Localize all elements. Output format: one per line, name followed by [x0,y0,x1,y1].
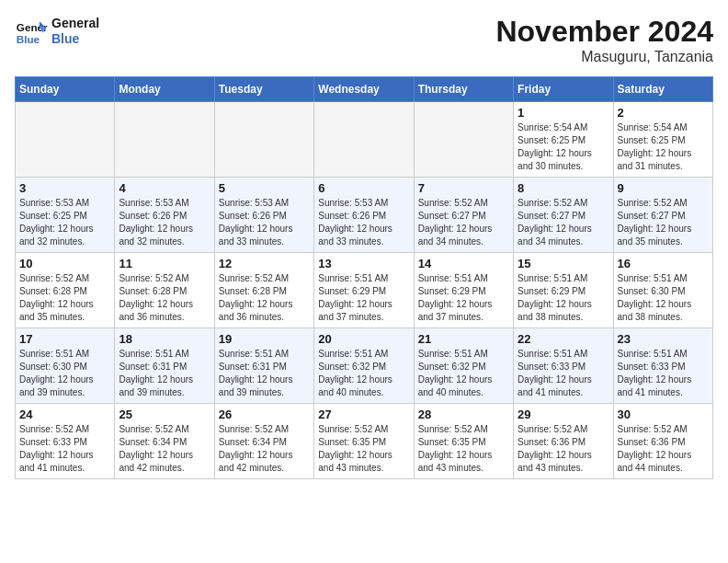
day-number: 26 [219,408,310,421]
day-number: 29 [518,408,609,421]
logo: General Blue General Blue [15,15,99,48]
calendar-day-cell: 19Sunrise: 5:51 AM Sunset: 6:31 PM Dayli… [214,328,313,404]
day-info: Sunrise: 5:54 AM Sunset: 6:25 PM Dayligh… [618,121,709,173]
calendar-day-cell: 20Sunrise: 5:51 AM Sunset: 6:32 PM Dayli… [314,328,414,404]
day-number: 12 [219,257,310,270]
day-number: 19 [219,332,310,346]
calendar-day-cell: 11Sunrise: 5:52 AM Sunset: 6:28 PM Dayli… [115,253,214,328]
day-number: 7 [418,181,509,195]
weekday-header-saturday: Saturday [613,77,712,102]
day-info: Sunrise: 5:52 AM Sunset: 6:35 PM Dayligh… [418,423,509,475]
calendar-day-cell [115,102,214,178]
day-number: 30 [618,408,709,421]
day-number: 3 [19,181,110,195]
logo-text: General Blue [51,16,99,47]
day-info: Sunrise: 5:51 AM Sunset: 6:32 PM Dayligh… [418,348,509,399]
calendar-day-cell: 10Sunrise: 5:52 AM Sunset: 6:28 PM Dayli… [16,253,115,328]
calendar-day-cell: 22Sunrise: 5:51 AM Sunset: 6:33 PM Dayli… [514,328,613,404]
day-info: Sunrise: 5:52 AM Sunset: 6:35 PM Dayligh… [318,423,409,475]
day-info: Sunrise: 5:52 AM Sunset: 6:27 PM Dayligh… [418,197,509,248]
day-number: 9 [618,181,709,195]
calendar-body: 1Sunrise: 5:54 AM Sunset: 6:25 PM Daylig… [16,102,713,479]
calendar-day-cell: 3Sunrise: 5:53 AM Sunset: 6:25 PM Daylig… [16,178,115,253]
calendar-day-cell: 26Sunrise: 5:52 AM Sunset: 6:34 PM Dayli… [214,404,313,479]
weekday-header-sunday: Sunday [16,77,115,102]
calendar-day-cell: 8Sunrise: 5:52 AM Sunset: 6:27 PM Daylig… [514,178,613,253]
calendar-week-row: 17Sunrise: 5:51 AM Sunset: 6:30 PM Dayli… [16,328,713,404]
calendar-day-cell: 13Sunrise: 5:51 AM Sunset: 6:29 PM Dayli… [314,253,414,328]
day-info: Sunrise: 5:54 AM Sunset: 6:25 PM Dayligh… [518,121,609,173]
day-info: Sunrise: 5:52 AM Sunset: 6:28 PM Dayligh… [19,272,110,324]
day-number: 16 [618,257,709,270]
day-number: 27 [318,408,409,421]
day-info: Sunrise: 5:52 AM Sunset: 6:34 PM Dayligh… [119,423,210,475]
weekday-header-tuesday: Tuesday [214,77,313,102]
calendar-day-cell [414,102,513,178]
day-info: Sunrise: 5:52 AM Sunset: 6:36 PM Dayligh… [618,423,709,475]
calendar-day-cell: 14Sunrise: 5:51 AM Sunset: 6:29 PM Dayli… [414,253,513,328]
calendar-day-cell: 7Sunrise: 5:52 AM Sunset: 6:27 PM Daylig… [414,178,513,253]
day-number: 25 [119,408,210,421]
location: Masuguru, Tanzania [495,49,713,65]
calendar-week-row: 3Sunrise: 5:53 AM Sunset: 6:25 PM Daylig… [16,178,713,253]
calendar-table: SundayMondayTuesdayWednesdayThursdayFrid… [15,76,713,479]
calendar-day-cell: 17Sunrise: 5:51 AM Sunset: 6:30 PM Dayli… [16,328,115,404]
day-number: 20 [318,332,409,346]
day-number: 5 [219,181,310,195]
weekday-header-thursday: Thursday [414,77,513,102]
calendar-day-cell [16,102,115,178]
day-info: Sunrise: 5:51 AM Sunset: 6:31 PM Dayligh… [219,348,310,399]
calendar-day-cell: 9Sunrise: 5:52 AM Sunset: 6:27 PM Daylig… [613,178,712,253]
calendar-day-cell: 16Sunrise: 5:51 AM Sunset: 6:30 PM Dayli… [613,253,712,328]
logo-icon: General Blue [15,15,48,48]
calendar-day-cell: 1Sunrise: 5:54 AM Sunset: 6:25 PM Daylig… [514,102,613,178]
calendar-day-cell: 5Sunrise: 5:53 AM Sunset: 6:26 PM Daylig… [214,178,313,253]
day-info: Sunrise: 5:53 AM Sunset: 6:25 PM Dayligh… [19,197,110,248]
weekday-header-monday: Monday [115,77,214,102]
day-info: Sunrise: 5:52 AM Sunset: 6:28 PM Dayligh… [219,272,310,324]
day-number: 13 [318,257,409,270]
day-info: Sunrise: 5:51 AM Sunset: 6:33 PM Dayligh… [618,348,709,399]
day-info: Sunrise: 5:51 AM Sunset: 6:32 PM Dayligh… [318,348,409,399]
calendar-day-cell: 27Sunrise: 5:52 AM Sunset: 6:35 PM Dayli… [314,404,414,479]
day-number: 1 [518,106,609,120]
day-info: Sunrise: 5:51 AM Sunset: 6:29 PM Dayligh… [518,272,609,324]
weekday-header-wednesday: Wednesday [314,77,414,102]
month-title: November 2024 [495,15,713,49]
calendar-day-cell: 12Sunrise: 5:52 AM Sunset: 6:28 PM Dayli… [214,253,313,328]
calendar-day-cell: 15Sunrise: 5:51 AM Sunset: 6:29 PM Dayli… [514,253,613,328]
svg-text:Blue: Blue [17,33,40,45]
day-info: Sunrise: 5:52 AM Sunset: 6:27 PM Dayligh… [518,197,609,248]
day-info: Sunrise: 5:51 AM Sunset: 6:30 PM Dayligh… [618,272,709,324]
calendar-day-cell: 28Sunrise: 5:52 AM Sunset: 6:35 PM Dayli… [414,404,513,479]
day-info: Sunrise: 5:53 AM Sunset: 6:26 PM Dayligh… [219,197,310,248]
day-number: 15 [518,257,609,270]
day-info: Sunrise: 5:52 AM Sunset: 6:28 PM Dayligh… [119,272,210,324]
day-number: 22 [518,332,609,346]
day-number: 4 [119,181,210,195]
weekday-header-friday: Friday [514,77,613,102]
day-number: 28 [418,408,509,421]
day-number: 17 [19,332,110,346]
day-info: Sunrise: 5:52 AM Sunset: 6:36 PM Dayligh… [518,423,609,475]
calendar-day-cell [314,102,414,178]
day-number: 6 [318,181,409,195]
calendar-day-cell: 25Sunrise: 5:52 AM Sunset: 6:34 PM Dayli… [115,404,214,479]
calendar-day-cell: 18Sunrise: 5:51 AM Sunset: 6:31 PM Dayli… [115,328,214,404]
day-info: Sunrise: 5:51 AM Sunset: 6:33 PM Dayligh… [518,348,609,399]
calendar-day-cell: 6Sunrise: 5:53 AM Sunset: 6:26 PM Daylig… [314,178,414,253]
day-info: Sunrise: 5:52 AM Sunset: 6:33 PM Dayligh… [19,423,110,475]
calendar-week-row: 24Sunrise: 5:52 AM Sunset: 6:33 PM Dayli… [16,404,713,479]
day-number: 14 [418,257,509,270]
day-info: Sunrise: 5:53 AM Sunset: 6:26 PM Dayligh… [119,197,210,248]
day-number: 23 [618,332,709,346]
day-number: 11 [119,257,210,270]
calendar-week-row: 10Sunrise: 5:52 AM Sunset: 6:28 PM Dayli… [16,253,713,328]
day-number: 8 [518,181,609,195]
day-info: Sunrise: 5:51 AM Sunset: 6:31 PM Dayligh… [119,348,210,399]
day-number: 21 [418,332,509,346]
calendar-day-cell: 4Sunrise: 5:53 AM Sunset: 6:26 PM Daylig… [115,178,214,253]
calendar-day-cell [214,102,313,178]
day-number: 24 [19,408,110,421]
day-info: Sunrise: 5:53 AM Sunset: 6:26 PM Dayligh… [318,197,409,248]
